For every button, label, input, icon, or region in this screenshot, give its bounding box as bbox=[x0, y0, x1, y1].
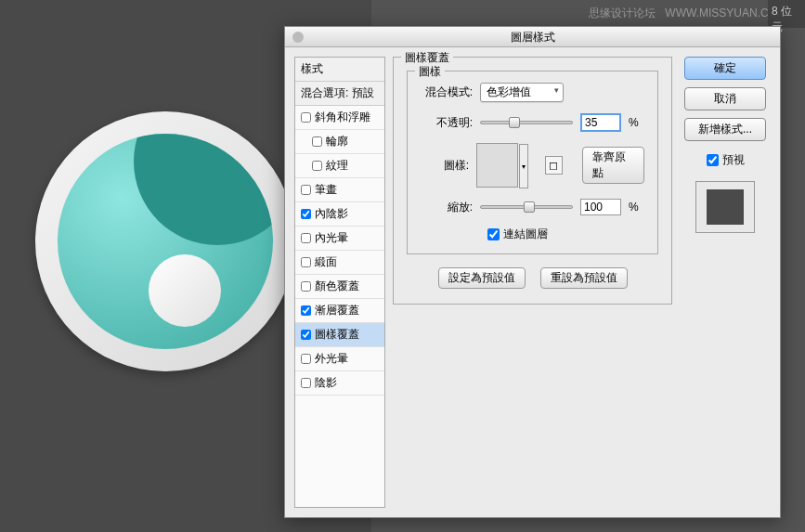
scale-slider[interactable] bbox=[480, 205, 573, 209]
style-item-color-overlay[interactable]: 顏色覆蓋 bbox=[295, 275, 384, 299]
style-item-outer-glow[interactable]: 外光暈 bbox=[295, 347, 384, 371]
slider-thumb-icon[interactable] bbox=[524, 201, 535, 213]
opacity-unit: % bbox=[629, 116, 639, 129]
opacity-input[interactable] bbox=[580, 113, 621, 132]
artwork-swoosh bbox=[134, 134, 273, 245]
preview-label: 預視 bbox=[722, 152, 745, 168]
style-item-satin[interactable]: 緞面 bbox=[295, 251, 384, 275]
settings-panel: 圖樣覆蓋 圖樣 混合模式: 色彩增值 ▾ 不透明: bbox=[393, 57, 672, 508]
blend-options-header[interactable]: 混合選項: 預設 bbox=[295, 82, 384, 106]
styles-panel: 樣式 混合選項: 預設 斜角和浮雕 輪廓 紋理 筆畫 內陰影 內光暈 緞面 顏色… bbox=[294, 57, 385, 508]
scale-input[interactable] bbox=[580, 199, 621, 215]
action-panel: 確定 取消 新增樣式... 預視 bbox=[680, 57, 771, 508]
style-item-drop-shadow[interactable]: 陰影 bbox=[295, 371, 384, 396]
snap-origin-button[interactable]: 靠齊原點 bbox=[582, 147, 644, 184]
opacity-row: 不透明: % bbox=[421, 113, 644, 132]
canvas bbox=[0, 19, 288, 480]
scale-row: 縮放: % bbox=[421, 199, 644, 215]
checkbox-outer-glow[interactable] bbox=[301, 354, 311, 364]
style-item-gradient-overlay[interactable]: 漸層覆蓋 bbox=[295, 299, 384, 323]
checkbox-inner-glow[interactable] bbox=[301, 233, 311, 243]
link-layers-label: 連結圖層 bbox=[503, 227, 548, 242]
styles-header[interactable]: 樣式 bbox=[295, 58, 384, 82]
checkbox-inner-shadow[interactable] bbox=[301, 209, 311, 219]
ok-button[interactable]: 確定 bbox=[684, 57, 766, 80]
opacity-label: 不透明: bbox=[421, 115, 473, 131]
watermark: 思缘设计论坛 WWW.MISSYUAN.COM bbox=[589, 6, 794, 21]
style-item-pattern-overlay[interactable]: 圖樣覆蓋 bbox=[295, 323, 384, 347]
preset-buttons: 設定為預設值 重設為預設值 bbox=[407, 267, 658, 289]
link-layers-row: 連結圖層 bbox=[487, 227, 644, 242]
layer-style-dialog: 圖層樣式 樣式 混合選項: 預設 斜角和浮雕 輪廓 紋理 筆畫 內陰影 內光暈 … bbox=[284, 26, 781, 518]
pattern-overlay-fieldset: 圖樣覆蓋 圖樣 混合模式: 色彩增值 ▾ 不透明: bbox=[393, 57, 672, 305]
chevron-down-icon[interactable]: ▾ bbox=[519, 144, 528, 188]
style-item-texture[interactable]: 紋理 bbox=[295, 154, 384, 178]
new-pattern-icon[interactable]: ◻ bbox=[545, 156, 563, 175]
style-item-bevel[interactable]: 斜角和浮雕 bbox=[295, 106, 384, 130]
checkbox-drop-shadow[interactable] bbox=[301, 378, 311, 388]
artwork-outer-ring bbox=[35, 111, 295, 371]
cancel-button[interactable]: 取消 bbox=[684, 87, 766, 110]
artwork-dot bbox=[149, 254, 221, 327]
slider-thumb-icon[interactable] bbox=[509, 117, 520, 128]
dialog-title: 圖層樣式 bbox=[511, 31, 555, 44]
checkbox-contour[interactable] bbox=[312, 136, 322, 147]
pattern-legend: 圖樣 bbox=[415, 64, 445, 80]
pattern-fieldset: 圖樣 混合模式: 色彩增值 ▾ 不透明: bbox=[407, 71, 658, 254]
checkbox-gradient-overlay[interactable] bbox=[301, 305, 311, 316]
style-item-inner-shadow[interactable]: 內陰影 bbox=[295, 202, 384, 227]
dialog-titlebar[interactable]: 圖層樣式 bbox=[285, 27, 780, 47]
set-default-button[interactable]: 設定為預設值 bbox=[438, 267, 526, 289]
style-item-stroke[interactable]: 筆畫 bbox=[295, 178, 384, 202]
link-layers-checkbox[interactable] bbox=[487, 228, 500, 240]
scale-label: 縮放: bbox=[421, 200, 473, 215]
artwork-inner-circle bbox=[58, 134, 273, 349]
checkbox-bevel[interactable] bbox=[301, 112, 311, 123]
preview-box bbox=[695, 181, 755, 233]
checkbox-stroke[interactable] bbox=[301, 185, 311, 195]
pattern-label: 圖樣: bbox=[421, 158, 469, 174]
pattern-swatch[interactable]: ▾ bbox=[476, 143, 518, 188]
close-icon[interactable] bbox=[292, 32, 304, 43]
opacity-slider[interactable] bbox=[480, 121, 573, 124]
watermark-site: 思缘设计论坛 bbox=[589, 6, 656, 19]
chevron-down-icon: ▾ bbox=[554, 85, 559, 95]
checkbox-color-overlay[interactable] bbox=[301, 281, 311, 292]
reset-default-button[interactable]: 重設為預設值 bbox=[540, 267, 628, 289]
checkbox-pattern-overlay[interactable] bbox=[301, 330, 311, 340]
style-item-inner-glow[interactable]: 內光暈 bbox=[295, 227, 384, 251]
dialog-body: 樣式 混合選項: 預設 斜角和浮雕 輪廓 紋理 筆畫 內陰影 內光暈 緞面 顏色… bbox=[285, 47, 780, 517]
pattern-row: 圖樣: ▾ ◻ 靠齊原點 bbox=[421, 143, 644, 188]
preview-row: 預視 bbox=[707, 152, 745, 168]
preview-checkbox[interactable] bbox=[707, 154, 719, 166]
style-item-contour[interactable]: 輪廓 bbox=[295, 130, 384, 154]
info-panel: 8 位元 bbox=[768, 0, 805, 28]
scale-unit: % bbox=[629, 201, 639, 214]
new-style-button[interactable]: 新增樣式... bbox=[684, 118, 766, 141]
blend-mode-select[interactable]: 色彩增值 ▾ bbox=[480, 83, 564, 102]
preview-thumbnail bbox=[707, 189, 744, 225]
blend-mode-label: 混合模式: bbox=[421, 84, 473, 100]
checkbox-satin[interactable] bbox=[301, 257, 311, 267]
blend-mode-row: 混合模式: 色彩增值 ▾ bbox=[421, 83, 644, 102]
checkbox-texture[interactable] bbox=[312, 161, 322, 171]
